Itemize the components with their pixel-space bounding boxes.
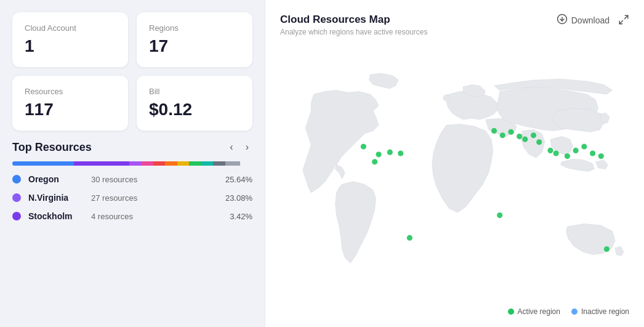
active-region-marker [536,139,542,145]
stat-card-regions: Regions 17 [137,12,252,67]
active-region-marker [372,159,377,164]
download-icon [557,14,568,27]
inactive-region-dot [571,309,578,315]
svg-line-2 [625,15,628,18]
active-region-marker [508,129,513,135]
resource-count: 30 resources [91,175,218,184]
map-subtitle: Analyze which regions have active resour… [280,28,427,36]
stat-value-resources: 117 [25,100,116,119]
active-region-marker [497,212,502,218]
color-bar-segment [177,161,190,166]
active-region-marker [517,134,522,139]
map-actions: Download [557,14,629,27]
resource-list: Oregon 30 resources 25.64% N.Virginia 27… [12,174,252,221]
stat-card-cloud-account: Cloud Account 1 [12,12,128,67]
stat-card-resources: Resources 117 [12,76,128,131]
resource-dot [12,212,21,220]
color-bar-segment [74,161,129,166]
color-bar-segment [12,161,74,166]
resource-name: Oregon [28,174,84,184]
color-bar-segment [153,161,166,166]
color-bar-segment [213,161,225,166]
stat-value-cloud-account: 1 [25,36,116,56]
resource-pct: 3.42% [230,212,252,221]
color-bar-segment [141,161,153,166]
inactive-region-label: Inactive region [581,307,629,316]
resource-name: Stockholm [28,211,84,221]
active-region-marker [387,150,393,155]
resource-item: N.Virginia 27 resources 23.08% [12,193,252,203]
color-bar-segment [189,161,201,166]
active-region-marker [491,128,497,134]
stat-label-regions: Regions [149,23,240,33]
map-container [280,42,629,304]
active-region-marker [522,137,528,142]
expand-button[interactable] [618,14,629,27]
nav-arrows: ‹ › [226,140,252,154]
resource-color-bar [12,161,252,166]
resource-item: Oregon 30 resources 25.64% [12,174,252,184]
stats-grid: Cloud Account 1 Regions 17 Resources 117… [12,12,252,131]
top-resources-section: Top Resources ‹ › Oregon 30 resources 25… [12,140,252,221]
right-panel: Cloud Resources Map Analyze which region… [265,0,644,327]
download-button[interactable]: Download [557,14,610,27]
active-region-marker [376,151,381,157]
active-region-label: Active region [518,307,560,316]
active-region-marker [500,132,505,138]
color-bar-segment [129,161,142,166]
stat-card-bill: Bill $0.12 [137,76,252,131]
stat-label-resources: Resources [25,87,116,96]
stat-value-regions: 17 [149,36,240,56]
map-header: Cloud Resources Map Analyze which region… [280,14,629,36]
active-region-marker [590,150,595,156]
legend-inactive: Inactive region [571,307,629,316]
resource-dot [12,175,21,184]
resource-count: 4 resources [91,212,222,221]
color-bar-segment [201,161,214,166]
active-region-marker [398,150,403,156]
resource-name: N.Virginia [28,193,84,203]
next-arrow-button[interactable]: › [242,140,252,154]
color-bar-segment [225,161,240,166]
active-region-marker [581,143,587,149]
resource-pct: 23.08% [225,193,252,203]
active-region-marker [553,150,559,156]
legend-active: Active region [508,307,560,316]
active-region-marker [531,132,536,138]
resource-pct: 25.64% [225,175,252,184]
top-resources-title: Top Resources [12,141,92,154]
resource-count: 27 resources [91,193,218,203]
active-region-dot [508,309,514,315]
map-legend: Active region Inactive region [280,307,629,316]
download-label: Download [571,15,610,25]
resource-item: Stockholm 4 resources 3.42% [12,211,252,221]
color-bar-segment [165,161,177,166]
prev-arrow-button[interactable]: ‹ [226,140,236,154]
active-region-marker [361,143,366,149]
map-title-block: Cloud Resources Map Analyze which region… [280,14,427,36]
stat-label-bill: Bill [149,87,240,96]
left-panel: Cloud Account 1 Regions 17 Resources 117… [0,0,265,327]
active-region-marker [407,235,413,241]
active-region-marker [573,148,579,153]
active-region-marker [604,246,610,252]
resource-dot [12,193,21,202]
stat-value-bill: $0.12 [149,100,240,119]
stat-label-cloud-account: Cloud Account [25,23,116,33]
active-region-marker [565,153,570,159]
top-resources-header: Top Resources ‹ › [12,140,252,154]
active-region-marker [598,153,604,159]
active-region-marker [547,148,553,153]
svg-line-3 [619,20,622,23]
world-map-svg [280,42,629,304]
map-title: Cloud Resources Map [280,14,427,26]
